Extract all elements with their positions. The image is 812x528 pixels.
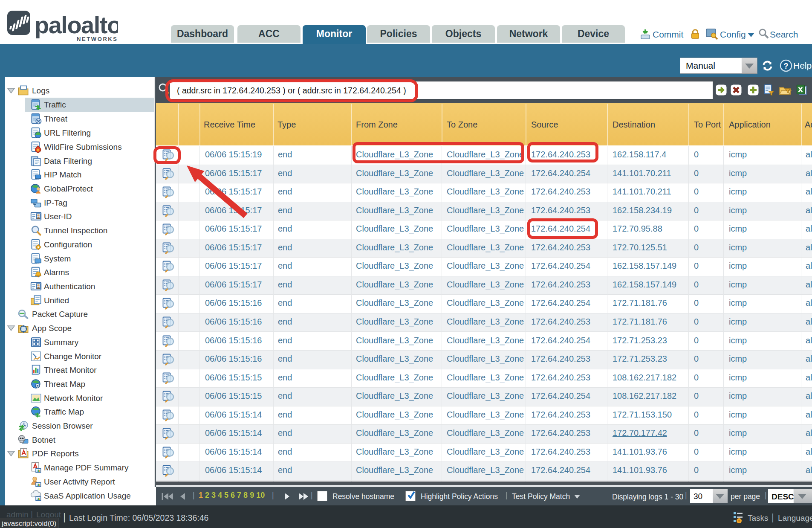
svg-text:paloalto: paloalto (35, 12, 118, 38)
svg-text:?: ? (784, 62, 789, 70)
svg-text:NETWORKS®: NETWORKS® (77, 36, 118, 42)
